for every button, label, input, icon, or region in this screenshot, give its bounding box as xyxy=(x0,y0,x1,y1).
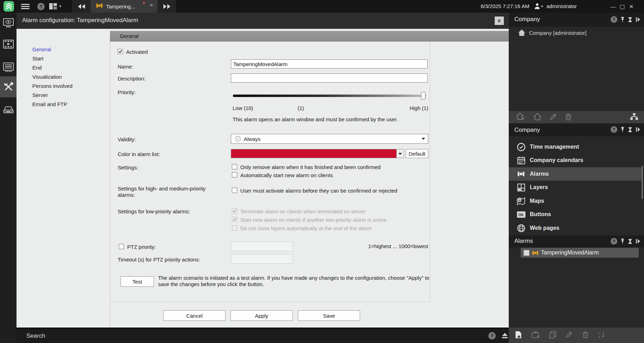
nav-item-layers[interactable]: Layers xyxy=(509,181,642,194)
duplicate-alarm-button[interactable] xyxy=(549,331,557,340)
nav-item-time-management[interactable]: Time management xyxy=(509,140,642,154)
nav-item-maps[interactable]: N Maps xyxy=(509,194,642,208)
pin-icon[interactable] xyxy=(620,127,625,132)
add-case-icon xyxy=(532,331,540,338)
priority-slider[interactable] xyxy=(233,95,426,97)
tab-tampering-alarm[interactable]: Tampering... 📍 ✕ xyxy=(91,0,157,13)
tab-scroll-right-button[interactable] xyxy=(157,0,176,13)
alarm-item-label: TamperingMovedAlarm xyxy=(541,250,599,256)
nav-item-alarms[interactable]: Alarms xyxy=(509,167,642,181)
alarm-list-item-tampering[interactable]: TamperingMovedAlarm xyxy=(521,248,639,258)
collapse-panel-icon[interactable] xyxy=(636,17,640,22)
search-collapse-button[interactable] xyxy=(501,332,508,340)
tab-scroll-left-button[interactable] xyxy=(72,0,91,13)
nav-item-buttons[interactable]: OK Buttons xyxy=(509,208,642,221)
close-button[interactable]: ✕ xyxy=(627,4,636,10)
scrollbar-thumb[interactable] xyxy=(642,166,643,199)
test-button[interactable]: Test xyxy=(121,276,154,287)
trash-icon xyxy=(565,113,571,120)
alarm-item-checkbox[interactable] xyxy=(523,250,529,256)
priority-label: Priority: xyxy=(118,89,136,95)
hierarchy-view-button[interactable] xyxy=(630,113,638,122)
high-priority-option-checkbox[interactable] xyxy=(232,188,237,193)
edit-company-button[interactable] xyxy=(533,113,541,122)
name-input[interactable] xyxy=(231,59,428,69)
tab-pin-icon[interactable]: 📍 xyxy=(142,2,146,6)
hourglass-icon[interactable] xyxy=(628,239,632,244)
add-company-button[interactable] xyxy=(516,113,525,122)
nav-item-server[interactable]: Server xyxy=(32,91,72,100)
report-mode-button[interactable] xyxy=(0,58,17,76)
cancel-button[interactable]: Cancel xyxy=(163,310,226,321)
activated-label: Activated xyxy=(126,49,148,55)
main-menu-button[interactable] xyxy=(21,3,30,10)
user-menu[interactable]: ▶ administrator xyxy=(534,3,577,9)
nav-item-visualization[interactable]: Visualization xyxy=(32,72,72,82)
chevron-down-icon: ▼ xyxy=(59,5,62,8)
company-tree-title: Company xyxy=(514,16,540,23)
activated-checkbox[interactable] xyxy=(118,49,123,54)
rename-button[interactable] xyxy=(550,113,557,122)
alarm-color-swatch[interactable] xyxy=(231,149,397,158)
apply-button[interactable]: Apply xyxy=(230,310,293,321)
tab-close-icon[interactable]: ✕ xyxy=(150,3,153,8)
hourglass-icon[interactable] xyxy=(628,17,632,22)
help-button[interactable]: ? xyxy=(37,3,45,10)
nav-item-general[interactable]: General xyxy=(32,45,72,54)
ok-button-icon: OK xyxy=(516,211,526,218)
dialog-close-button[interactable]: ✕ xyxy=(495,17,504,25)
validity-dropdown[interactable]: Always xyxy=(231,134,428,144)
company-tree-root[interactable]: Company [administrator] xyxy=(518,27,586,38)
app-logo[interactable] xyxy=(4,1,14,13)
collapse-panel-icon[interactable] xyxy=(636,239,640,244)
save-button[interactable]: Save xyxy=(298,310,360,321)
low-priority-option-2-label: Start new alarm on clients if another lo… xyxy=(240,217,386,223)
nav-item-email-ftp[interactable]: Email and FTP xyxy=(32,100,72,109)
settings-option-1-label: Only remove alarm when it has finished a… xyxy=(240,164,380,170)
sort-alarms-button[interactable]: AZ xyxy=(598,331,605,340)
nav-item-persons-involved[interactable]: Persons involved xyxy=(32,82,72,91)
settings-option-2-checkbox[interactable] xyxy=(232,172,237,177)
surveillance-mode-button[interactable] xyxy=(0,14,17,32)
maximize-button[interactable]: ▢ xyxy=(618,3,627,10)
hourglass-icon[interactable] xyxy=(628,127,632,132)
pin-icon[interactable] xyxy=(620,17,625,22)
priority-slider-thumb[interactable] xyxy=(421,92,425,99)
help-icon[interactable]: ? xyxy=(611,238,617,245)
help-icon[interactable]: ? xyxy=(611,126,617,133)
color-dropdown-button[interactable] xyxy=(396,149,404,158)
new-alarm-wizard-button[interactable] xyxy=(532,331,540,340)
rewind-icon xyxy=(77,4,86,9)
new-alarm-button[interactable] xyxy=(515,331,522,340)
configuration-mode-button[interactable] xyxy=(0,76,17,97)
help-icon[interactable]: ? xyxy=(611,16,617,23)
edit-alarm-button[interactable] xyxy=(566,331,573,339)
delete-button[interactable] xyxy=(565,113,571,122)
search-bar[interactable]: Search ? xyxy=(17,328,509,343)
nav-item-web-pages[interactable]: Web pages xyxy=(509,221,642,235)
hierarchy-icon xyxy=(630,113,638,121)
color-default-button[interactable]: Default xyxy=(406,149,428,158)
description-input[interactable] xyxy=(231,73,428,83)
nav-item-start[interactable]: Start xyxy=(32,54,72,63)
search-label[interactable]: Search xyxy=(26,332,45,339)
test-note: The alarm scenario is initiated as a tes… xyxy=(158,275,429,287)
archive-mode-button[interactable] xyxy=(0,35,17,53)
delete-alarm-button[interactable] xyxy=(583,331,588,339)
lpr-mode-button[interactable] xyxy=(0,101,17,119)
layout-select-button[interactable]: ▼ xyxy=(49,3,62,9)
ptz-priority-checkbox[interactable] xyxy=(119,244,124,249)
minimize-button[interactable]: — xyxy=(609,4,618,9)
low-priority-label: Settings for low-priority alarms: xyxy=(118,208,190,214)
ptz-range-note: 1=highest ... 1000=lowest xyxy=(323,243,428,249)
user-icon xyxy=(534,3,540,9)
settings-option-1-checkbox[interactable] xyxy=(232,164,237,169)
nav-item-company-calendars[interactable]: Company calendars xyxy=(509,154,642,167)
collapse-panel-icon[interactable] xyxy=(636,127,640,132)
search-help-button[interactable]: ? xyxy=(488,332,496,339)
globe-icon xyxy=(516,224,526,232)
groupbox-bottom-border xyxy=(110,302,430,302)
pin-icon[interactable] xyxy=(620,238,625,244)
nav-item-end[interactable]: End xyxy=(32,63,72,72)
svg-text:A: A xyxy=(598,331,600,335)
